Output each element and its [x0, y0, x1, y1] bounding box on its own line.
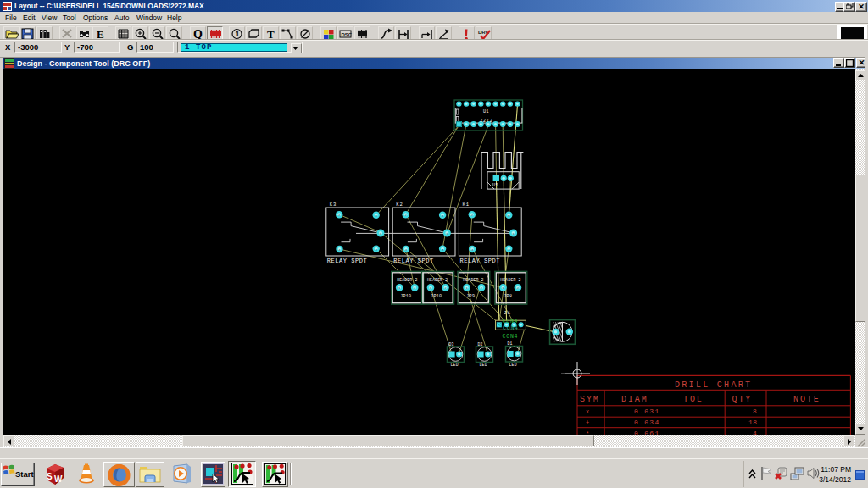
svg-text:K1: K1 — [462, 202, 470, 208]
svg-text:1: 1 — [512, 231, 515, 236]
svg-text:Q: Q — [193, 28, 203, 40]
svg-text:1: 1 — [446, 231, 448, 236]
svg-text:0.034: 0.034 — [634, 419, 660, 426]
svg-text:RELAY SPDT: RELAY SPDT — [459, 258, 500, 264]
svg-text:CON4: CON4 — [503, 334, 519, 340]
svg-text:4: 4 — [753, 430, 757, 435]
svg-text:W: W — [54, 474, 63, 484]
svg-text:1: 1 — [430, 286, 432, 290]
svg-text:2: 2 — [338, 213, 341, 217]
svg-text:D2: D2 — [478, 342, 483, 347]
svg-text:K2: K2 — [396, 202, 403, 208]
svg-text:JP9: JP9 — [466, 294, 475, 299]
svg-text:4: 4 — [471, 247, 474, 252]
svg-text:DSC: DSC — [341, 32, 352, 37]
svg-text:TOL: TOL — [683, 395, 704, 404]
svg-text:U5: U5 — [492, 183, 498, 187]
svg-text:1: 1 — [236, 30, 240, 38]
svg-text:5: 5 — [375, 214, 377, 218]
svg-text:T: T — [267, 28, 275, 40]
svg-text:LED: LED — [509, 363, 517, 367]
svg-text:HEADER 2: HEADER 2 — [463, 278, 483, 282]
svg-text:3: 3 — [442, 247, 444, 252]
svg-text:D3: D3 — [449, 342, 454, 347]
svg-text:NOTE: NOTE — [793, 395, 821, 404]
svg-text:1: 1 — [502, 286, 504, 290]
svg-text:RELAY SPDT: RELAY SPDT — [393, 258, 434, 264]
svg-text:U1: U1 — [483, 109, 489, 114]
svg-text:DRILL CHART: DRILL CHART — [675, 380, 752, 390]
svg-text:HEADER 2: HEADER 2 — [500, 278, 520, 282]
svg-text:0.031: 0.031 — [634, 408, 660, 415]
svg-text:RELAY SPDT: RELAY SPDT — [327, 258, 368, 264]
svg-text:2: 2 — [404, 213, 407, 217]
svg-text:JP8: JP8 — [504, 294, 512, 299]
svg-text:CON4: CON4 — [503, 319, 519, 324]
svg-text:1: 1 — [380, 231, 382, 236]
svg-text:2272: 2272 — [480, 118, 492, 124]
svg-text:4: 4 — [405, 247, 408, 252]
svg-text:D1: D1 — [508, 341, 513, 346]
svg-text:18: 18 — [748, 419, 758, 426]
svg-text:0.061: 0.061 — [634, 430, 660, 435]
svg-text:+: + — [586, 419, 590, 426]
svg-text:x: x — [586, 408, 590, 415]
svg-text:3: 3 — [375, 247, 377, 252]
svg-text:4: 4 — [338, 247, 341, 252]
svg-text:3: 3 — [508, 247, 510, 252]
svg-text:JP10: JP10 — [400, 294, 411, 299]
svg-text:K3: K3 — [330, 202, 337, 208]
svg-text:2: 2 — [481, 286, 483, 290]
svg-text:QTY: QTY — [732, 395, 753, 404]
svg-text:2: 2 — [444, 286, 447, 290]
svg-text:1: 1 — [465, 286, 468, 290]
svg-text:LED: LED — [480, 363, 487, 367]
svg-text:HEADER 2: HEADER 2 — [427, 278, 448, 282]
svg-text:5: 5 — [442, 214, 444, 218]
svg-text:8: 8 — [753, 408, 757, 415]
svg-text:JP10: JP10 — [431, 294, 442, 299]
svg-text:J1: J1 — [504, 310, 511, 316]
svg-text:1: 1 — [398, 286, 401, 290]
svg-text:HEADER 2: HEADER 2 — [397, 278, 417, 282]
svg-text:LED: LED — [451, 363, 459, 367]
svg-text:2: 2 — [517, 286, 520, 290]
svg-text:2: 2 — [414, 286, 416, 290]
svg-text:SYM: SYM — [580, 395, 600, 404]
svg-text:DIAM: DIAM — [621, 395, 648, 404]
svg-text:S: S — [47, 472, 53, 481]
svg-text:5: 5 — [508, 214, 510, 218]
svg-text:2: 2 — [470, 213, 473, 217]
svg-text:E: E — [97, 28, 104, 40]
